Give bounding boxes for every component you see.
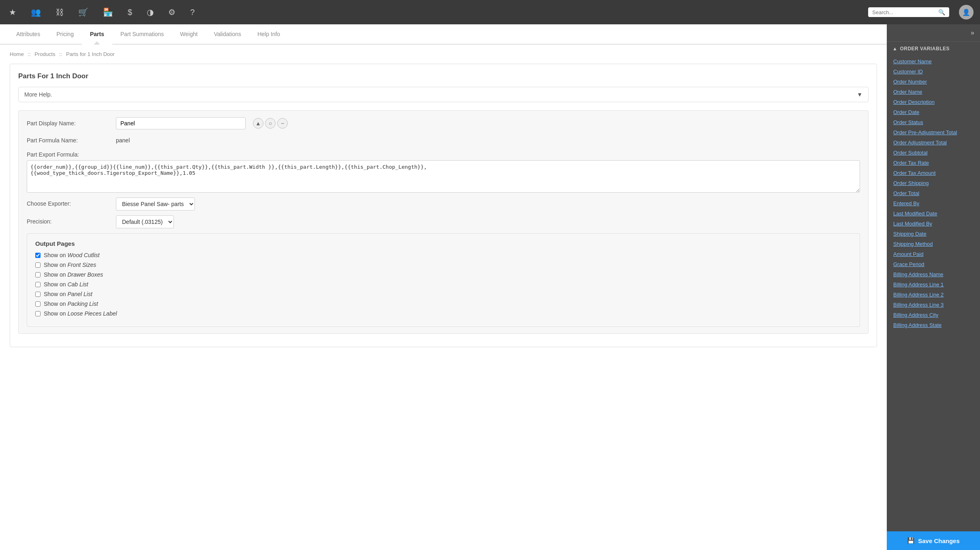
var-billing-address-line-3[interactable]: Billing Address Line 3 — [887, 300, 980, 310]
chart-icon[interactable]: ◑ — [144, 5, 156, 19]
tab-weight[interactable]: Weight — [172, 24, 205, 44]
choose-exporter-label: Choose Exporter: — [27, 198, 116, 207]
breadcrumb-current: Parts for 1 Inch Door — [66, 51, 115, 57]
flow-icon[interactable]: ⛓ — [53, 5, 66, 19]
tab-validations[interactable]: Validations — [206, 24, 249, 44]
output-page-wood-cutlist-checkbox[interactable] — [35, 253, 41, 258]
right-sidebar: » ▲ ORDER VARIABLES Customer Name Custom… — [887, 24, 980, 550]
form-section-title: Parts For 1 Inch Door — [18, 72, 869, 80]
help-icon[interactable]: ? — [188, 5, 197, 19]
output-pages-title: Output Pages — [35, 240, 852, 247]
var-amount-paid[interactable]: Amount Paid — [887, 249, 980, 259]
gear-icon[interactable]: ⚙ — [166, 5, 178, 19]
var-order-tax-rate[interactable]: Order Tax Rate — [887, 158, 980, 168]
var-order-pre-adjustment-total[interactable]: Order Pre-Adjustment Total — [887, 127, 980, 138]
top-nav: ★ 👥 ⛓ 🛒 🏪 $ ◑ ⚙ ? 🔍 👤 — [0, 0, 980, 24]
main-layout: Attributes Pricing Parts Part Summations… — [0, 24, 980, 550]
part-export-formula-input[interactable]: {{order_num}},{{group_id}}{{line_num}},{… — [27, 160, 860, 193]
output-page-panel-list: Show on Panel List — [35, 291, 852, 297]
store-icon[interactable]: 🏪 — [101, 5, 116, 19]
output-page-wood-cutlist: Show on Wood Cutlist — [35, 252, 852, 258]
output-page-loose-pieces-checkbox[interactable] — [35, 311, 41, 316]
var-customer-name[interactable]: Customer Name — [887, 56, 980, 67]
part-field-block: Part Display Name: ▲ ○ − Part Formula Na… — [18, 110, 869, 334]
tab-part-summations[interactable]: Part Summations — [112, 24, 172, 44]
var-order-status[interactable]: Order Status — [887, 117, 980, 127]
choose-exporter-select[interactable]: Biesse Panel Saw- parts Default Exporter… — [116, 198, 195, 211]
var-last-modified-date[interactable]: Last Modified Date — [887, 208, 980, 219]
sidebar-section-title: ▲ ORDER VARIABLES — [887, 42, 980, 55]
precision-select[interactable]: Default (.03125) High (.015625) Low (.06… — [116, 215, 174, 228]
sidebar-collapse-button[interactable]: » — [971, 29, 974, 37]
copy-button[interactable]: ○ — [265, 118, 276, 129]
output-page-front-sizes-checkbox[interactable] — [35, 262, 41, 268]
output-page-cab-list-checkbox[interactable] — [35, 282, 41, 287]
var-billing-address-city[interactable]: Billing Address City — [887, 310, 980, 320]
avatar[interactable]: 👤 — [959, 5, 974, 19]
tab-attributes[interactable]: Attributes — [8, 24, 48, 44]
save-label: Save Changes — [918, 537, 960, 544]
part-display-name-input[interactable] — [116, 117, 246, 129]
var-order-total[interactable]: Order Total — [887, 188, 980, 198]
move-up-button[interactable]: ▲ — [253, 118, 263, 129]
var-order-shipping[interactable]: Order Shipping — [887, 178, 980, 188]
output-page-front-sizes: Show on Front Sizes — [35, 262, 852, 268]
var-billing-address-line-2[interactable]: Billing Address Line 2 — [887, 290, 980, 300]
part-display-name-label: Part Display Name: — [27, 117, 116, 127]
more-help-label: More Help. — [24, 91, 52, 98]
breadcrumb-sep-1: :: — [28, 51, 30, 57]
save-icon: 💾 — [907, 537, 915, 544]
part-display-name-row: Part Display Name: ▲ ○ − — [27, 117, 860, 129]
more-help-dropdown[interactable]: More Help. ▼ — [18, 87, 869, 102]
output-page-cab-list: Show on Cab List — [35, 281, 852, 288]
var-shipping-method[interactable]: Shipping Method — [887, 239, 980, 249]
breadcrumb-home[interactable]: Home — [10, 51, 24, 57]
star-icon[interactable]: ★ — [6, 5, 19, 19]
output-page-drawer-boxes-checkbox[interactable] — [35, 272, 41, 277]
output-pages-section: Output Pages Show on Wood Cutlist Show o… — [27, 233, 860, 327]
var-order-description[interactable]: Order Description — [887, 97, 980, 107]
users-icon[interactable]: 👥 — [28, 5, 43, 19]
output-page-wood-cutlist-label: Show on Wood Cutlist — [44, 252, 100, 258]
var-customer-id[interactable]: Customer ID — [887, 67, 980, 77]
delete-button[interactable]: − — [277, 118, 288, 129]
var-entered-by[interactable]: Entered By — [887, 198, 980, 208]
var-order-date[interactable]: Order Date — [887, 107, 980, 117]
precision-label: Precision: — [27, 215, 116, 225]
var-order-name[interactable]: Order Name — [887, 87, 980, 97]
precision-controls: Default (.03125) High (.015625) Low (.06… — [116, 215, 860, 228]
output-page-panel-list-label: Show on Panel List — [44, 291, 92, 297]
dollar-icon[interactable]: $ — [125, 5, 135, 19]
output-page-drawer-boxes: Show on Drawer Boxes — [35, 271, 852, 278]
var-billing-address-line-1[interactable]: Billing Address Line 1 — [887, 279, 980, 290]
part-formula-name-row: Part Formula Name: panel — [27, 134, 860, 144]
cart-icon[interactable]: 🛒 — [76, 5, 91, 19]
output-page-packing-list-label: Show on Packing List — [44, 301, 98, 307]
tab-help-info[interactable]: Help Info — [249, 24, 288, 44]
output-page-drawer-boxes-label: Show on Drawer Boxes — [44, 271, 103, 278]
tab-pricing[interactable]: Pricing — [48, 24, 82, 44]
save-changes-button[interactable]: 💾 Save Changes — [887, 531, 980, 550]
breadcrumb: Home :: Products :: Parts for 1 Inch Doo… — [0, 45, 887, 60]
precision-row: Precision: Default (.03125) High (.01562… — [27, 215, 860, 228]
output-page-loose-pieces-label: Show on Loose Pieces Label — [44, 310, 117, 317]
output-page-front-sizes-label: Show on Front Sizes — [44, 262, 96, 268]
part-display-name-controls: ▲ ○ − — [116, 117, 860, 129]
part-formula-name-label: Part Formula Name: — [27, 134, 116, 144]
output-page-panel-list-checkbox[interactable] — [35, 292, 41, 297]
tab-parts[interactable]: Parts — [82, 24, 112, 44]
var-order-adjustment-total[interactable]: Order Adjustment Total — [887, 138, 980, 148]
var-last-modified-by[interactable]: Last Modified By — [887, 219, 980, 229]
var-order-tax-amount[interactable]: Order Tax Amount — [887, 168, 980, 178]
var-grace-period[interactable]: Grace Period — [887, 259, 980, 269]
var-billing-address-name[interactable]: Billing Address Name — [887, 269, 980, 279]
part-formula-name-value: panel — [116, 134, 130, 144]
var-order-number[interactable]: Order Number — [887, 77, 980, 87]
output-page-packing-list: Show on Packing List — [35, 301, 852, 307]
var-billing-address-state[interactable]: Billing Address State — [887, 320, 980, 330]
var-order-subtotal[interactable]: Order Subtotal — [887, 148, 980, 158]
var-shipping-date[interactable]: Shipping Date — [887, 229, 980, 239]
search-input[interactable] — [872, 9, 936, 15]
breadcrumb-products[interactable]: Products — [34, 51, 55, 57]
output-page-packing-list-checkbox[interactable] — [35, 301, 41, 307]
